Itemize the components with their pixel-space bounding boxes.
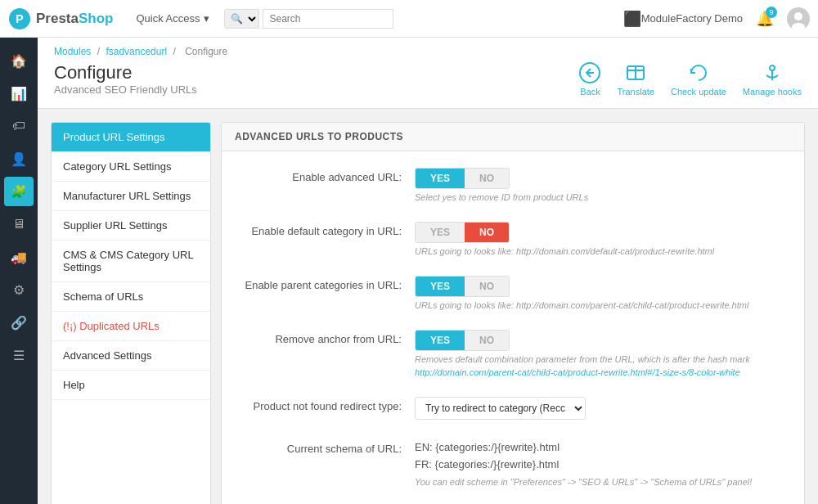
remove-anchor-hint2: http://domain.com/parent-cat/child-cat/p… <box>415 367 791 377</box>
breadcrumb-sep2: / <box>173 46 175 57</box>
logo-text: PrestaShop <box>36 11 113 27</box>
menu-item-help[interactable]: Help <box>52 371 210 400</box>
enable-default-category-toggle: YES NO <box>415 222 510 243</box>
sidebar-item-modules[interactable]: 🧩 <box>4 177 34 206</box>
notifications-button[interactable]: 🔔 9 <box>756 10 774 28</box>
enable-advanced-url-no[interactable]: NO <box>465 169 509 188</box>
refresh-icon <box>688 62 709 85</box>
sidebar-item-settings[interactable]: ⚙ <box>4 275 34 304</box>
back-button[interactable]: Back <box>579 62 600 97</box>
remove-anchor-no[interactable]: NO <box>465 331 509 350</box>
back-icon <box>579 62 600 85</box>
menu-item-supplier-url-settings[interactable]: Supplier URL Settings <box>52 211 210 241</box>
back-label: Back <box>580 87 600 97</box>
current-schema-line2: FR: {categories:/}{rewrite}.html <box>415 457 791 474</box>
content-area: Product URL Settings Category URL Settin… <box>51 122 805 504</box>
chevron-down-icon: ▾ <box>204 12 209 25</box>
enable-advanced-url-row: Enable advanced URL: YES NO Select yes t… <box>235 168 791 202</box>
translate-button[interactable]: Translate <box>617 62 654 97</box>
anchor-icon <box>762 62 783 85</box>
quick-access-button[interactable]: Quick Access ▾ <box>129 9 215 28</box>
page-title: Configure <box>54 62 197 83</box>
remove-anchor-hint: Removes default combination parameter fr… <box>415 354 791 364</box>
menu-item-duplicated-urls[interactable]: (!¡) Duplicated URLs <box>52 312 210 341</box>
header-actions: Back Translate Check update <box>579 62 802 97</box>
breadcrumb-modules[interactable]: Modules <box>54 46 91 57</box>
enable-parent-categories-row: Enable parent categories in URL: YES NO … <box>235 276 791 310</box>
current-schema-control: EN: {categories:/}{rewrite}.html FR: {ca… <box>415 439 791 487</box>
current-schema-line1: EN: {categories:/}{rewrite}.html <box>415 439 791 457</box>
remove-anchor-yes[interactable]: YES <box>416 331 465 350</box>
search-input[interactable] <box>263 9 393 29</box>
page-wrapper: Modules / fsadvancedurl / Configure Conf… <box>38 38 818 504</box>
manage-hooks-label: Manage hooks <box>743 87 802 97</box>
user-text: ModuleFactory Demo <box>641 12 743 25</box>
svg-text:P: P <box>16 12 23 25</box>
enable-default-category-control: YES NO URLs going to looks like: http://… <box>415 222 791 256</box>
menu-item-product-url-settings[interactable]: Product URL Settings <box>52 123 210 152</box>
redirect-type-row: Product not found redirect type: Try to … <box>235 397 791 420</box>
menu-item-advanced-settings[interactable]: Advanced Settings <box>52 341 210 371</box>
breadcrumb-sep1: / <box>97 46 100 57</box>
sidebar-item-catalog[interactable]: 🏷 <box>4 111 34 141</box>
sidebar: 🏠 📊 🏷 👤 🧩 🖥 🚚 ⚙ 🔗 ☰ <box>0 38 38 504</box>
sidebar-item-shipping[interactable]: 🚚 <box>4 242 34 272</box>
enable-default-category-no[interactable]: NO <box>465 223 509 242</box>
page-subtitle: Advanced SEO Friendly URLs <box>54 83 197 96</box>
redirect-type-control: Try to redirect to category (Recc <box>415 397 791 420</box>
search-scope-select[interactable]: 🔍 <box>224 9 259 29</box>
avatar[interactable] <box>787 7 810 30</box>
breadcrumb: Modules / fsadvancedurl / Configure <box>54 46 802 57</box>
sidebar-item-monitor[interactable]: 🖥 <box>4 209 34 239</box>
enable-advanced-url-hint: Select yes to remove ID from product URL… <box>415 192 791 202</box>
svg-point-3 <box>794 12 802 20</box>
menu-item-manufacturer-url-settings[interactable]: Manufacturer URL Settings <box>52 182 210 211</box>
sidebar-item-home[interactable]: 🏠 <box>4 46 34 75</box>
enable-advanced-url-control: YES NO Select yes to remove ID from prod… <box>415 168 791 202</box>
enable-parent-categories-no[interactable]: NO <box>465 277 509 296</box>
panel-title: ADVANCED URLS TO PRODUCTS <box>222 123 804 151</box>
enable-parent-categories-yes[interactable]: YES <box>416 277 465 296</box>
svg-point-10 <box>770 65 775 70</box>
current-schema-row: Current schema of URL: EN: {categories:/… <box>235 439 791 487</box>
current-schema-label: Current schema of URL: <box>235 439 415 455</box>
enable-parent-categories-control: YES NO URLs going to looks like: http://… <box>415 276 791 310</box>
manage-hooks-button[interactable]: Manage hooks <box>743 62 802 97</box>
logo-area: P PrestaShop <box>8 7 113 30</box>
left-menu: Product URL Settings Category URL Settin… <box>51 122 211 504</box>
sidebar-item-list[interactable]: ☰ <box>4 340 34 370</box>
redirect-type-select[interactable]: Try to redirect to category (Recc <box>415 397 586 420</box>
sidebar-item-users[interactable]: 👤 <box>4 144 34 173</box>
check-update-button[interactable]: Check update <box>671 62 726 97</box>
enable-default-category-yes[interactable]: YES <box>416 223 465 242</box>
sidebar-item-links[interactable]: 🔗 <box>4 308 34 337</box>
enable-advanced-url-yes[interactable]: YES <box>416 169 465 188</box>
menu-item-cms-url-settings[interactable]: CMS & CMS Category URL Settings <box>52 241 210 282</box>
breadcrumb-fsadvancedurl[interactable]: fsadvancedurl <box>106 46 167 57</box>
menu-item-schema-of-urls[interactable]: Schema of URLs <box>52 282 210 312</box>
sidebar-item-orders[interactable]: 📊 <box>4 79 34 108</box>
exit-icon[interactable]: ⬛ <box>623 10 641 28</box>
remove-anchor-label: Remove anchor from URL: <box>235 330 415 345</box>
translate-icon <box>625 62 646 85</box>
menu-item-category-url-settings[interactable]: Category URL Settings <box>52 152 210 182</box>
enable-advanced-url-toggle: YES NO <box>415 168 510 189</box>
logo-shop: Shop <box>79 11 114 26</box>
page-header: Modules / fsadvancedurl / Configure Conf… <box>38 38 818 109</box>
enable-parent-categories-label: Enable parent categories in URL: <box>235 276 415 291</box>
enable-parent-categories-toggle: YES NO <box>415 276 510 297</box>
enable-default-category-label: Enable default category in URL: <box>235 222 415 237</box>
title-area: Configure Advanced SEO Friendly URLs <box>54 62 197 96</box>
remove-anchor-control: YES NO Removes default combination param… <box>415 330 791 377</box>
notification-badge: 9 <box>766 7 777 18</box>
right-panel: ADVANCED URLS TO PRODUCTS Enable advance… <box>221 122 805 504</box>
remove-anchor-toggle: YES NO <box>415 330 510 351</box>
nav-right: ModuleFactory Demo 🔔 9 <box>641 7 810 30</box>
header-row: Configure Advanced SEO Friendly URLs Bac… <box>54 62 802 97</box>
breadcrumb-configure: Configure <box>185 46 227 57</box>
quick-access-label: Quick Access <box>136 12 200 25</box>
redirect-type-label: Product not found redirect type: <box>235 397 415 412</box>
current-schema-hint: You can edit scheme in "Preferences" -> … <box>415 477 791 487</box>
remove-anchor-row: Remove anchor from URL: YES NO Removes d… <box>235 330 791 377</box>
enable-default-category-hint: URLs going to looks like: http://domain.… <box>415 246 791 256</box>
